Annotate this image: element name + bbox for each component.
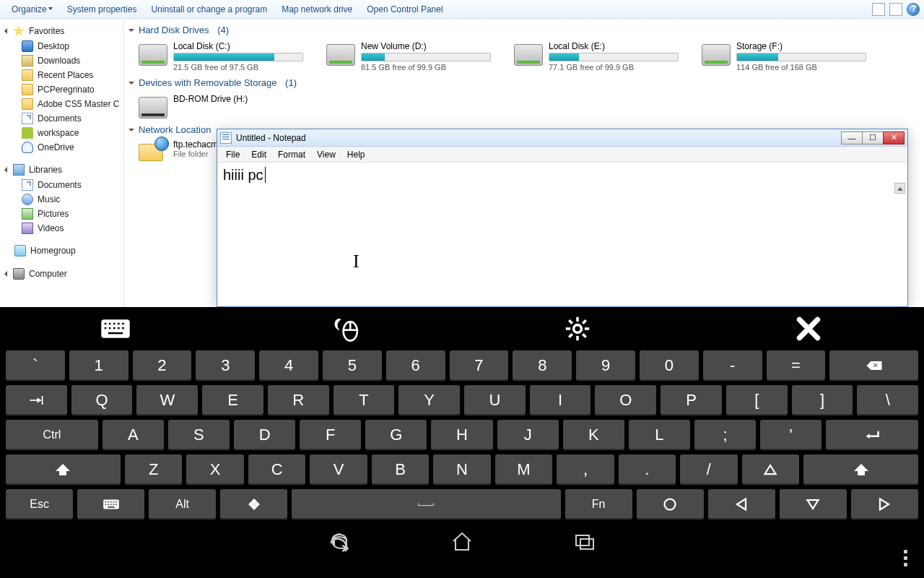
notepad-textarea[interactable]: hiiii pc I bbox=[217, 163, 907, 306]
key-F[interactable]: F bbox=[300, 420, 361, 450]
system-properties-button[interactable]: System properties bbox=[60, 4, 144, 14]
key-right[interactable] bbox=[851, 489, 918, 519]
key--[interactable]: - bbox=[703, 350, 762, 381]
removable-section[interactable]: Devices with Removable Storage (1) bbox=[124, 76, 924, 90]
key-J[interactable]: J bbox=[497, 420, 559, 450]
nav-desktop[interactable]: Desktop bbox=[0, 39, 123, 53]
nav-workspace[interactable]: workspace bbox=[0, 126, 123, 140]
nav-downloads[interactable]: Downloads bbox=[0, 53, 123, 68]
key-down[interactable] bbox=[780, 489, 847, 519]
key-,[interactable]: , bbox=[557, 454, 614, 485]
key-V[interactable]: V bbox=[310, 454, 367, 485]
key-\[interactable]: \ bbox=[857, 385, 918, 415]
drive-item[interactable]: New Volume (D:) 81.5 GB free of 99.9 GB bbox=[326, 41, 492, 72]
nav-documents[interactable]: Documents bbox=[0, 178, 123, 192]
uninstall-button[interactable]: Uninstall or change a program bbox=[144, 4, 274, 14]
key-E[interactable]: E bbox=[202, 385, 263, 415]
menu-file[interactable]: File bbox=[220, 150, 245, 160]
computer-item[interactable]: Computer bbox=[0, 266, 123, 282]
view-options-icon[interactable] bbox=[872, 3, 885, 16]
key-fn[interactable]: Fn bbox=[565, 489, 632, 519]
key-M[interactable]: M bbox=[495, 454, 552, 485]
key-keyboard-toggle[interactable] bbox=[77, 489, 144, 519]
key-L[interactable]: L bbox=[629, 420, 690, 450]
key-esc[interactable]: Esc bbox=[6, 489, 73, 519]
organize-menu[interactable]: Organize bbox=[4, 4, 60, 14]
key-up[interactable] bbox=[742, 454, 799, 485]
key-super[interactable] bbox=[220, 489, 287, 519]
menu-format[interactable]: Format bbox=[272, 150, 311, 160]
hdd-section[interactable]: Hard Disk Drives (4) bbox=[124, 23, 924, 37]
homegroup-item[interactable]: Homegroup bbox=[0, 243, 123, 259]
help-icon[interactable] bbox=[907, 3, 920, 16]
key-2[interactable]: 2 bbox=[133, 350, 192, 381]
key-1[interactable]: 1 bbox=[69, 350, 128, 381]
home-button[interactable] bbox=[448, 527, 476, 556]
key-W[interactable]: W bbox=[136, 385, 198, 415]
key-shift-right[interactable] bbox=[803, 454, 918, 485]
key-K[interactable]: K bbox=[563, 420, 624, 450]
key-8[interactable]: 8 bbox=[513, 350, 572, 381]
key-T[interactable]: T bbox=[334, 385, 395, 415]
key-backtick[interactable]: ` bbox=[6, 350, 65, 381]
nav-documents-fav[interactable]: Documents bbox=[0, 111, 123, 126]
key-C[interactable]: C bbox=[248, 454, 305, 485]
key-D[interactable]: D bbox=[234, 420, 295, 450]
nav-videos[interactable]: Videos bbox=[0, 221, 123, 236]
nav-onedrive[interactable]: OneDrive bbox=[0, 140, 123, 155]
key-0[interactable]: 0 bbox=[640, 350, 699, 381]
key-=[interactable]: = bbox=[767, 350, 826, 381]
control-panel-button[interactable]: Open Control Panel bbox=[359, 4, 450, 14]
menu-view[interactable]: View bbox=[311, 150, 341, 160]
key-left[interactable] bbox=[708, 489, 775, 519]
overflow-menu-icon[interactable] bbox=[897, 543, 914, 572]
key-I[interactable]: I bbox=[530, 385, 591, 415]
nav-recent[interactable]: Recent Places bbox=[0, 68, 123, 82]
drive-item[interactable]: Storage (F:) 114 GB free of 168 GB bbox=[702, 41, 868, 72]
key-;[interactable]: ; bbox=[694, 420, 756, 450]
key-P[interactable]: P bbox=[661, 385, 722, 415]
nav-adobe[interactable]: Adobe CS5 Master C bbox=[0, 97, 123, 111]
key-4[interactable]: 4 bbox=[259, 350, 318, 381]
key-backspace[interactable]: ✕ bbox=[829, 350, 918, 381]
key-U[interactable]: U bbox=[464, 385, 526, 415]
key-tab[interactable] bbox=[6, 385, 67, 415]
drive-item[interactable]: Local Disk (C:) 21.5 GB free of 97.5 GB bbox=[139, 41, 305, 72]
notepad-titlebar[interactable]: Untitled - Notepad — ☐ ✕ bbox=[217, 129, 907, 147]
key-shift-left[interactable] bbox=[6, 454, 121, 485]
settings-icon[interactable] bbox=[559, 316, 596, 342]
nav-music[interactable]: Music bbox=[0, 192, 123, 207]
key-5[interactable]: 5 bbox=[323, 350, 382, 381]
menu-help[interactable]: Help bbox=[341, 150, 371, 160]
key-3[interactable]: 3 bbox=[196, 350, 255, 381]
key-R[interactable]: R bbox=[268, 385, 329, 415]
drive-item[interactable]: Local Disk (E:) 77.1 GB free of 99.9 GB bbox=[514, 41, 680, 72]
key-/[interactable]: / bbox=[680, 454, 737, 485]
key-7[interactable]: 7 bbox=[450, 350, 509, 381]
maximize-button[interactable]: ☐ bbox=[862, 131, 884, 144]
libraries-group[interactable]: Libraries bbox=[0, 162, 123, 178]
key-S[interactable]: S bbox=[168, 420, 230, 450]
key-][interactable]: ] bbox=[792, 385, 853, 415]
menu-edit[interactable]: Edit bbox=[245, 150, 272, 160]
key-Z[interactable]: Z bbox=[125, 454, 182, 485]
back-button[interactable] bbox=[325, 527, 354, 556]
key-enter[interactable] bbox=[826, 420, 918, 450]
key-G[interactable]: G bbox=[365, 420, 427, 450]
key-B[interactable]: B bbox=[372, 454, 429, 485]
nav-pictures[interactable]: Pictures bbox=[0, 207, 123, 221]
key-N[interactable]: N bbox=[433, 454, 490, 485]
key-space[interactable] bbox=[292, 489, 560, 519]
minimize-button[interactable]: — bbox=[841, 131, 863, 144]
map-drive-button[interactable]: Map network drive bbox=[274, 4, 359, 14]
key-ctrl[interactable]: Ctrl bbox=[6, 420, 98, 450]
mouse-mode-icon[interactable] bbox=[328, 316, 365, 342]
key-.[interactable]: . bbox=[619, 454, 676, 485]
key-Y[interactable]: Y bbox=[398, 385, 460, 415]
recent-apps-button[interactable] bbox=[570, 527, 599, 556]
key-9[interactable]: 9 bbox=[576, 350, 635, 381]
key-[[interactable]: [ bbox=[726, 385, 788, 415]
key-O[interactable]: O bbox=[595, 385, 656, 415]
key-context[interactable] bbox=[637, 489, 704, 519]
scroll-up-button[interactable] bbox=[894, 183, 905, 194]
